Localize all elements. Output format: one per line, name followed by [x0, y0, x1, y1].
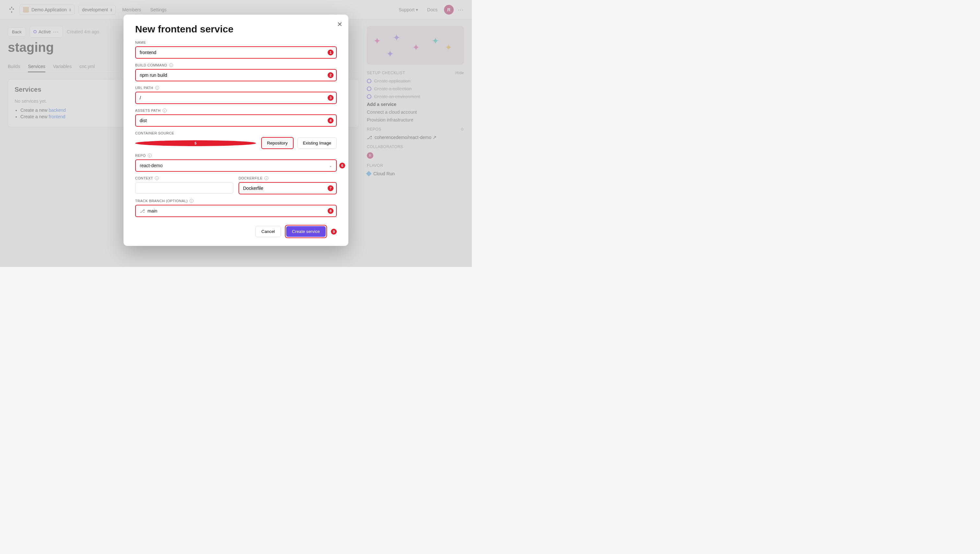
assets-input[interactable]	[136, 115, 336, 126]
branch-field-wrap: ⎇ main 8	[135, 205, 337, 217]
label-assets: ASSETS PATHi	[135, 108, 337, 112]
label-dockerfile: DOCKERFILEi	[239, 176, 337, 180]
url-field-wrap: 3	[135, 92, 337, 104]
cancel-button[interactable]: Cancel	[255, 226, 281, 237]
step-badge-5: 5	[135, 140, 256, 146]
label-branch: TRACK BRANCH (OPTIONAL)i	[135, 199, 337, 203]
create-button-wrap: Create service	[285, 225, 327, 238]
close-icon: ✕	[337, 21, 343, 28]
assets-field-wrap: 4	[135, 115, 337, 127]
branch-icon: ⎇	[140, 208, 145, 213]
context-field-wrap	[135, 182, 233, 194]
branch-value[interactable]: main	[147, 208, 157, 213]
modal-title: New frontend service	[135, 24, 337, 35]
repo-select[interactable]: react-demo ⌄	[136, 160, 336, 171]
context-input[interactable]	[135, 182, 233, 193]
label-repo: REPOi	[135, 154, 337, 158]
name-input[interactable]	[136, 47, 336, 58]
info-icon[interactable]: i	[169, 63, 173, 67]
label-url: URL PATHi	[135, 86, 337, 90]
info-icon[interactable]: i	[190, 199, 193, 203]
label-context: CONTEXTi	[135, 176, 233, 180]
repo-selected: react-demo	[140, 163, 163, 168]
label-build: BUILD COMMANDi	[135, 63, 337, 67]
create-service-button[interactable]: Create service	[286, 226, 326, 237]
source-repository-button[interactable]: Repository	[261, 137, 293, 149]
close-button[interactable]: ✕	[337, 21, 343, 28]
build-input[interactable]	[136, 70, 336, 81]
repo-select-wrap: react-demo ⌄	[135, 159, 337, 172]
build-field-wrap: 2	[135, 69, 337, 81]
name-field-wrap: 1	[135, 46, 337, 59]
step-badge-4: 4	[328, 118, 333, 123]
step-badge-2: 2	[328, 72, 333, 78]
info-icon[interactable]: i	[155, 86, 159, 90]
chevron-down-icon: ⌄	[329, 163, 332, 168]
url-input[interactable]	[136, 92, 336, 103]
info-icon[interactable]: i	[148, 154, 152, 158]
step-badge-3: 3	[328, 95, 333, 101]
label-name: NAME	[135, 40, 337, 45]
info-icon[interactable]: i	[155, 176, 159, 180]
step-badge-8: 8	[328, 208, 333, 214]
step-badge-1: 1	[328, 49, 333, 56]
step-badge-9: 9	[331, 229, 337, 234]
new-frontend-modal: ✕ New frontend service NAME 1 BUILD COMM…	[123, 14, 348, 246]
info-icon[interactable]: i	[163, 108, 167, 112]
source-existing-button[interactable]: Existing Image	[298, 137, 337, 149]
step-badge-6: 6	[339, 162, 345, 169]
label-container: CONTAINER SOURCE	[135, 131, 337, 135]
step-badge-7: 7	[328, 185, 333, 191]
dockerfile-input[interactable]	[239, 183, 336, 194]
dockerfile-field-wrap: 7	[239, 182, 337, 194]
info-icon[interactable]: i	[265, 176, 268, 180]
